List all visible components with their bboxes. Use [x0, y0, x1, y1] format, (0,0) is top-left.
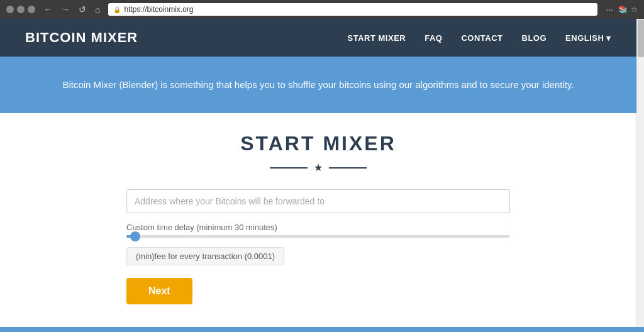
window-maximize-btn[interactable] [28, 6, 35, 13]
bookmark-icon[interactable]: ☆ [631, 5, 638, 14]
nav-menu: START MIXER FAQ CONTACT BLOG ENGLISH ▾ [348, 32, 611, 43]
scrollbar[interactable] [636, 19, 644, 332]
bottom-bar [0, 327, 644, 332]
browser-icons: 📚 ☆ [618, 5, 638, 14]
navbar: BITCOIN MIXER START MIXER FAQ CONTACT BL… [0, 19, 636, 57]
divider-line-left [270, 167, 308, 169]
delay-section: Custom time delay (minimum 30 minutes) [126, 223, 510, 238]
delay-label: Custom time delay (minimum 30 minutes) [126, 223, 510, 232]
title-divider: ★ [270, 162, 367, 174]
fee-badge[interactable]: (min)fee for every transaction (0.0001) [126, 247, 284, 265]
site-logo: BITCOIN MIXER [25, 30, 138, 46]
nav-item-start-mixer[interactable]: START MIXER [348, 32, 406, 43]
url-text: https://bitcoinmix.org [124, 5, 193, 14]
browser-menu-button[interactable]: ··· [606, 4, 613, 14]
scrollbar-thumb[interactable] [638, 19, 644, 57]
nav-item-contact[interactable]: CONTACT [461, 32, 502, 43]
reload-button[interactable]: ↺ [75, 3, 89, 16]
bookmarks-icon[interactable]: 📚 [618, 5, 628, 14]
site-wrapper: BITCOIN MIXER START MIXER FAQ CONTACT BL… [0, 19, 636, 332]
window-close-btn[interactable] [6, 6, 14, 13]
nav-item-language[interactable]: ENGLISH ▾ [565, 33, 611, 43]
divider-line-right [329, 167, 367, 169]
nav-link-faq[interactable]: FAQ [425, 33, 442, 43]
nav-link-blog[interactable]: BLOG [522, 33, 547, 43]
slider-thumb[interactable] [130, 231, 140, 241]
hero-banner: Bitcoin Mixer (Blender) is something tha… [0, 57, 636, 113]
nav-link-language[interactable]: ENGLISH ▾ [565, 33, 611, 43]
back-button[interactable]: ← [40, 3, 55, 16]
lock-icon: 🔒 [113, 6, 121, 13]
browser-nav-buttons: ← → ↺ ⌂ [40, 3, 103, 16]
mixer-form: Custom time delay (minimum 30 minutes) (… [126, 189, 510, 304]
main-content: START MIXER ★ Custom time delay (minimum… [0, 113, 636, 323]
hero-text: Bitcoin Mixer (Blender) is something tha… [62, 77, 574, 92]
nav-item-faq[interactable]: FAQ [425, 32, 442, 43]
address-input[interactable] [126, 189, 510, 213]
nav-link-start-mixer[interactable]: START MIXER [348, 33, 406, 43]
home-button[interactable]: ⌂ [92, 3, 103, 16]
browser-window-buttons [6, 6, 35, 13]
divider-star-icon: ★ [314, 162, 323, 174]
nav-item-blog[interactable]: BLOG [522, 32, 547, 43]
address-bar[interactable]: 🔒 https://bitcoinmix.org [108, 3, 597, 16]
section-title: START MIXER [240, 132, 396, 155]
forward-button[interactable]: → [58, 3, 73, 16]
window-minimize-btn[interactable] [17, 6, 25, 13]
nav-link-contact[interactable]: CONTACT [461, 33, 502, 43]
next-button[interactable]: Next [126, 278, 192, 304]
slider-track [126, 235, 510, 238]
fee-badge-wrapper: (min)fee for every transaction (0.0001) [126, 247, 510, 265]
browser-chrome: ← → ↺ ⌂ 🔒 https://bitcoinmix.org ··· 📚 ☆ [0, 0, 644, 19]
slider-container[interactable] [126, 235, 510, 238]
